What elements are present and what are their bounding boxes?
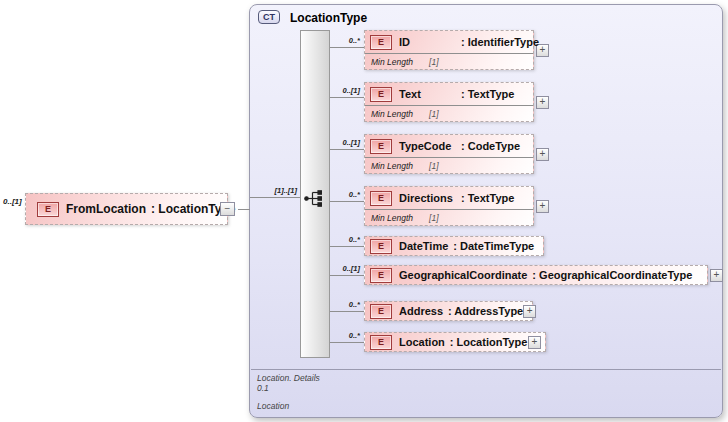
facet-value: [1] <box>429 161 438 171</box>
facet-value: [1] <box>429 57 438 67</box>
element-name: Location <box>399 336 445 348</box>
element-type: : IdentifierType <box>461 36 539 48</box>
element-row-address: E Address : AddressType + <box>364 301 533 321</box>
element-row-typecode: E TypeCode : CodeType Min Length [1] + <box>364 134 549 174</box>
element-row-directions: E Directions : TextType Min Length [1] + <box>364 186 549 226</box>
element-icon: E <box>370 35 392 50</box>
facet-value: [1] <box>429 213 438 223</box>
element-address[interactable]: E Address : AddressType + <box>364 301 533 321</box>
footer-detail-category: Location <box>257 401 289 411</box>
element-directions[interactable]: E Directions : TextType Min Length [1] <box>364 186 534 226</box>
cardinality-datetime: 0..* <box>326 235 360 244</box>
cardinality-text: 0..[1] <box>326 86 360 95</box>
element-row-text: E Text : TextType Min Length [1] + <box>364 82 549 122</box>
cardinality-id: 0..* <box>326 36 360 45</box>
element-name: Address <box>399 305 443 317</box>
element-geographicalcoordinate[interactable]: E GeographicalCoordinate : GeographicalC… <box>364 265 708 285</box>
cardinality-geocoordinate: 0..[1] <box>326 264 360 273</box>
element-type: : DateTimeType <box>453 240 534 252</box>
xsd-diagram: CT LocationType Location. Details 0.1 Lo… <box>0 0 728 422</box>
element-location[interactable]: E Location : LocationType + <box>364 332 546 352</box>
element-type: : GeographicalCoordinateType <box>532 269 692 281</box>
element-icon: E <box>370 304 392 319</box>
cardinality-location: 0..* <box>326 331 360 340</box>
facet-name: Min Length <box>371 109 413 119</box>
element-text[interactable]: E Text : TextType Min Length [1] <box>364 82 534 122</box>
element-icon: E <box>370 87 392 102</box>
element-type: : TextType <box>461 192 514 204</box>
element-icon: E <box>370 139 392 154</box>
element-icon: E <box>370 268 392 283</box>
element-name: Text <box>399 88 456 100</box>
facet-name: Min Length <box>371 57 413 67</box>
element-icon: E <box>370 335 392 350</box>
expand-icon[interactable]: + <box>536 200 549 213</box>
facet-row: Min Length [1] <box>365 53 533 69</box>
expand-icon[interactable]: + <box>523 305 536 318</box>
facet-row: Min Length [1] <box>365 157 533 173</box>
facet-value: [1] <box>429 109 438 119</box>
facet-row: Min Length [1] <box>365 209 533 225</box>
cardinality-address: 0..* <box>326 300 360 309</box>
element-name: TypeCode <box>399 140 456 152</box>
element-icon: E <box>37 202 59 217</box>
element-type: : CodeType <box>461 140 520 152</box>
element-icon: E <box>370 239 392 254</box>
expand-icon[interactable]: + <box>536 148 549 161</box>
footer-detail-name: Location. Details <box>257 373 320 383</box>
facet-name: Min Length <box>371 161 413 171</box>
element-type: : TextType <box>461 88 514 100</box>
element-name: DateTime <box>399 240 448 252</box>
element-type: : LocationType <box>450 336 527 348</box>
element-row-id: E ID : IdentifierType Min Length [1] + <box>364 30 549 70</box>
compositor-cardinality: [1]..[1] <box>255 186 297 195</box>
element-row-datetime: E DateTime : DateTimeType <box>364 236 544 256</box>
facet-row: Min Length [1] <box>365 105 533 121</box>
collapse-icon[interactable]: − <box>220 202 235 216</box>
element-fromlocation[interactable]: E FromLocation : LocationType − <box>25 193 228 225</box>
element-name: GeographicalCoordinate <box>399 269 527 281</box>
element-icon: E <box>370 191 392 206</box>
footer-divider <box>251 369 721 370</box>
element-typecode[interactable]: E TypeCode : CodeType Min Length [1] <box>364 134 534 174</box>
expand-icon[interactable]: + <box>710 269 723 282</box>
expand-icon[interactable]: + <box>528 336 541 349</box>
complex-type-icon: CT <box>258 10 280 24</box>
panel-title: LocationType <box>290 11 367 25</box>
element-type: : AddressType <box>448 305 523 317</box>
cardinality-typecode: 0..[1] <box>326 138 360 147</box>
element-row-location: E Location : LocationType + <box>364 332 546 352</box>
element-name: Directions <box>399 192 456 204</box>
element-id[interactable]: E ID : IdentifierType Min Length [1] <box>364 30 534 70</box>
cardinality-directions: 0..* <box>326 190 360 199</box>
element-name: ID <box>399 36 456 48</box>
sequence-icon <box>303 189 327 208</box>
element-row-geocoordinate: E GeographicalCoordinate : GeographicalC… <box>364 265 723 285</box>
footer-detail-version: 0.1 <box>257 383 269 393</box>
expand-icon[interactable]: + <box>536 96 549 109</box>
facet-name: Min Length <box>371 213 413 223</box>
element-datetime[interactable]: E DateTime : DateTimeType <box>364 236 544 256</box>
element-name: FromLocation <box>66 202 146 216</box>
